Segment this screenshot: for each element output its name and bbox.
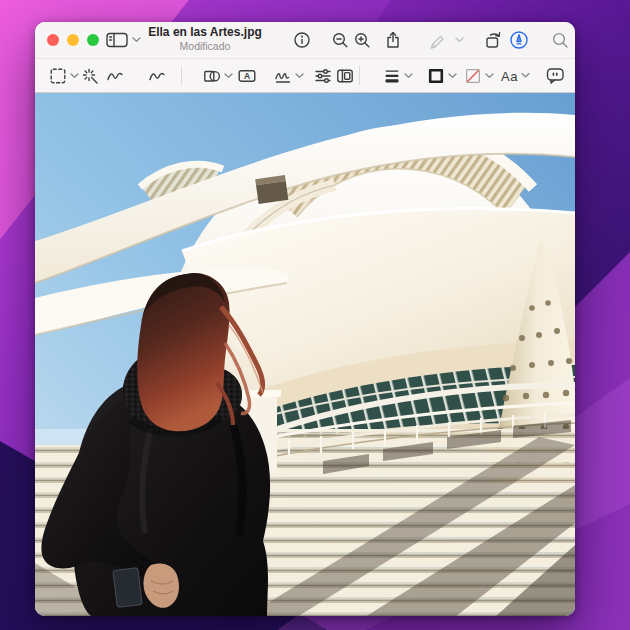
annotations-button[interactable] bbox=[546, 66, 565, 85]
selection-tool-button[interactable] bbox=[49, 67, 79, 85]
chevron-down-icon bbox=[70, 73, 79, 79]
text-style-button[interactable]: Aa bbox=[501, 68, 530, 83]
chevron-down-icon bbox=[132, 37, 141, 43]
chevron-down-icon bbox=[485, 73, 494, 79]
share-icon bbox=[384, 31, 402, 49]
close-button[interactable] bbox=[47, 34, 59, 46]
chevron-down-icon bbox=[455, 37, 464, 43]
markup-toolbar: A bbox=[35, 59, 575, 93]
sidebar-toggle-button[interactable] bbox=[105, 31, 141, 49]
chevron-down-icon bbox=[404, 73, 413, 79]
zoom-in-button[interactable] bbox=[353, 31, 371, 49]
chevron-down-icon bbox=[448, 73, 457, 79]
shapes-icon bbox=[203, 67, 221, 85]
chevron-down-icon bbox=[521, 73, 530, 79]
line-weight-icon bbox=[383, 67, 401, 85]
zoom-out-button[interactable] bbox=[331, 31, 349, 49]
fill-color-icon bbox=[464, 67, 482, 85]
instant-alpha-button[interactable] bbox=[81, 67, 99, 85]
minimize-button[interactable] bbox=[67, 34, 79, 46]
text-style-label: Aa bbox=[501, 68, 518, 83]
instant-alpha-icon bbox=[81, 67, 99, 85]
markup-pen-icon bbox=[509, 30, 529, 50]
search-icon bbox=[551, 31, 569, 49]
svg-text:A: A bbox=[244, 70, 250, 80]
rotate-left-icon bbox=[484, 31, 503, 49]
sketch-icon bbox=[106, 67, 124, 85]
info-button[interactable] bbox=[293, 31, 311, 49]
adjust-size-button[interactable] bbox=[336, 67, 354, 85]
window-controls bbox=[47, 34, 99, 46]
photo-canvas[interactable] bbox=[35, 93, 575, 616]
signature-icon bbox=[274, 67, 292, 85]
toolbar-separator bbox=[359, 66, 360, 85]
chevron-down-icon bbox=[224, 73, 233, 79]
markup-toolbar-toggle-button[interactable] bbox=[509, 30, 529, 50]
text-box-button[interactable]: A bbox=[238, 67, 256, 85]
shape-style-button[interactable] bbox=[383, 67, 413, 85]
sidebar-icon bbox=[105, 31, 129, 49]
adjust-size-icon bbox=[336, 67, 354, 85]
fullscreen-button[interactable] bbox=[87, 34, 99, 46]
selection-icon bbox=[49, 67, 67, 85]
document-title-block: Ella en las Artes.jpg Modificado bbox=[148, 26, 262, 52]
highlighter-menu-button[interactable] bbox=[455, 37, 464, 43]
titlebar: Ella en las Artes.jpg Modificado bbox=[35, 22, 575, 59]
fill-color-button[interactable] bbox=[464, 67, 494, 85]
search-button[interactable] bbox=[551, 31, 569, 49]
draw-icon bbox=[148, 67, 166, 85]
document-title: Ella en las Artes.jpg bbox=[148, 26, 262, 40]
border-color-icon bbox=[427, 67, 445, 85]
preview-window: Ella en las Artes.jpg Modificado bbox=[35, 22, 575, 616]
rotate-button[interactable] bbox=[484, 31, 503, 49]
photo-valencia-arts bbox=[35, 93, 575, 616]
adjust-color-button[interactable] bbox=[314, 67, 332, 85]
text-box-icon: A bbox=[238, 67, 256, 85]
sketch-tool-button[interactable] bbox=[106, 67, 124, 85]
document-status: Modificado bbox=[148, 40, 262, 52]
zoom-in-icon bbox=[353, 31, 371, 49]
sign-button[interactable] bbox=[274, 67, 304, 85]
share-button[interactable] bbox=[384, 31, 402, 49]
highlighter-icon bbox=[428, 31, 446, 49]
shapes-button[interactable] bbox=[203, 67, 233, 85]
info-icon bbox=[293, 31, 311, 49]
zoom-out-icon bbox=[331, 31, 349, 49]
adjust-sliders-icon bbox=[314, 67, 332, 85]
chevron-down-icon bbox=[295, 73, 304, 79]
highlighter-button[interactable] bbox=[428, 31, 446, 49]
draw-tool-button[interactable] bbox=[148, 67, 166, 85]
comment-bubble-icon bbox=[546, 66, 565, 85]
border-color-button[interactable] bbox=[427, 67, 457, 85]
toolbar-separator bbox=[181, 66, 182, 85]
